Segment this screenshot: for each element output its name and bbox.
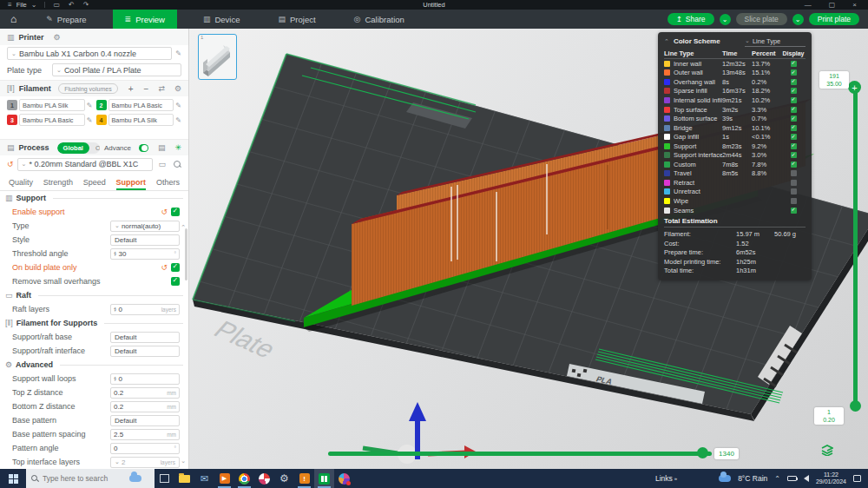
search-settings-icon[interactable] — [174, 161, 181, 168]
file-explorer-button[interactable] — [174, 469, 194, 488]
top-interface-layers-dropdown[interactable]: ⌄2layers — [110, 457, 180, 468]
pattern-angle-input[interactable]: 0° — [110, 443, 180, 454]
move-slider[interactable] — [328, 452, 712, 456]
tab-prepare[interactable]: ✎Prepare — [34, 10, 98, 29]
filament-color-swatch[interactable]: 1 — [7, 100, 17, 110]
display-checkbox[interactable] — [791, 180, 797, 186]
share-button[interactable]: ↥Share — [667, 13, 714, 25]
taskbar-search[interactable] — [26, 469, 155, 488]
paint-button[interactable] — [254, 469, 274, 488]
support-type-dropdown[interactable]: ⌄normal(auto) — [110, 221, 180, 232]
filament-edit-icon[interactable]: ✎ — [87, 102, 93, 109]
display-checkbox[interactable] — [791, 107, 797, 113]
weather-text[interactable]: 8°C Rain — [738, 474, 767, 483]
printer-select[interactable]: ⌄Bambu Lab X1 Carbon 0.4 nozzle — [7, 47, 172, 60]
add-filament-button[interactable]: + — [128, 84, 134, 94]
plate-thumbnail[interactable]: 1 — [198, 34, 237, 80]
printer-edit-icon[interactable]: ✎ — [175, 49, 181, 57]
filament-name[interactable]: Bambu PLA Basic — [19, 114, 85, 126]
chrome-button[interactable] — [234, 469, 254, 488]
display-checkbox[interactable] — [791, 188, 797, 195]
layers-view-icon[interactable] — [821, 445, 833, 456]
tab-device[interactable]: ▥Device — [191, 10, 253, 29]
display-checkbox[interactable] — [791, 134, 797, 140]
action-center-icon[interactable] — [853, 475, 861, 482]
wiki-icon[interactable]: ✳ — [174, 143, 181, 152]
display-checkbox[interactable] — [791, 198, 797, 204]
app-menu-icon[interactable]: ≡ — [8, 1, 12, 9]
top-z-distance-input[interactable]: 0.2mm — [110, 387, 180, 399]
scope-global[interactable]: Global — [57, 142, 89, 154]
support-raft-base-dropdown[interactable]: Default — [110, 332, 180, 343]
tab-calibration[interactable]: ◎Calibration — [342, 10, 417, 29]
tab-preview[interactable]: ≣Preview — [113, 10, 177, 29]
close-icon[interactable]: × — [852, 1, 857, 9]
save-icon[interactable]: ▭ — [53, 1, 60, 9]
search-input[interactable] — [43, 474, 125, 483]
tab-project[interactable]: ▤Project — [266, 10, 328, 29]
browser-profile-button[interactable] — [334, 469, 354, 488]
filament-edit-icon[interactable]: ✎ — [175, 116, 181, 124]
home-icon[interactable]: ⌂ — [0, 10, 27, 29]
enable-support-checkbox[interactable] — [171, 208, 180, 216]
battery-icon[interactable] — [787, 476, 797, 481]
remove-filament-button[interactable]: − — [144, 84, 149, 94]
reset-icon[interactable]: ↺ — [161, 208, 168, 216]
slice-options-chevron[interactable]: ⌄ — [720, 14, 731, 25]
save-preset-icon[interactable]: ▭ — [158, 160, 166, 168]
start-button[interactable] — [0, 469, 26, 488]
tray-expand-icon[interactable]: ⌃ — [774, 475, 780, 483]
undo-icon[interactable]: ↶ — [69, 1, 75, 9]
raft-layers-spinner[interactable]: ▴▾0layers — [110, 304, 180, 315]
display-checkbox[interactable] — [791, 152, 797, 158]
ams-sync-icon[interactable]: ⇄ — [158, 84, 165, 93]
printer-settings-gear-icon[interactable]: ⚙ — [54, 33, 61, 42]
redo-icon[interactable]: ↷ — [83, 1, 89, 9]
display-checkbox[interactable] — [791, 115, 797, 122]
volume-icon[interactable] — [804, 475, 809, 482]
clock[interactable]: 11:2229/01/2024 — [816, 472, 846, 485]
base-pattern-spacing-input[interactable]: 2.5mm — [110, 429, 180, 440]
move-slider-handle[interactable] — [697, 447, 708, 458]
print-options-chevron[interactable]: ⌄ — [792, 14, 804, 25]
remove-small-overhangs-checkbox[interactable] — [171, 277, 180, 286]
view-mode-dropdown[interactable]: ⌄Line Type — [745, 36, 806, 47]
process-scope-toggle[interactable]: Global Objects — [57, 142, 100, 154]
bambu-studio-button[interactable] — [314, 469, 334, 488]
filament-color-swatch[interactable]: 4 — [96, 115, 107, 125]
base-pattern-dropdown[interactable]: Default — [110, 415, 180, 426]
file-menu[interactable]: File — [16, 1, 27, 9]
layer-pause-add-button[interactable]: + — [848, 81, 861, 94]
process-preset-select[interactable]: ⌄* 0.20mm Standard @BBL X1C — [17, 158, 154, 171]
scope-objects[interactable]: Objects — [89, 142, 100, 154]
sidebar-scrollbar[interactable] — [185, 228, 187, 280]
settings-button[interactable]: ⚙ — [274, 469, 294, 488]
display-checkbox[interactable] — [791, 69, 797, 76]
display-checkbox[interactable] — [791, 88, 797, 94]
preset-reset-icon[interactable]: ↺ — [7, 160, 14, 168]
filament-color-swatch[interactable]: 2 — [96, 100, 107, 110]
preview-3d-viewport[interactable]: Plate PLA — [189, 29, 868, 469]
display-checkbox[interactable] — [791, 208, 797, 214]
tab-quality[interactable]: Quality — [9, 178, 33, 190]
support-raft-interface-dropdown[interactable]: Default — [110, 346, 180, 357]
filament-settings-gear-icon[interactable]: ⚙ — [174, 84, 181, 93]
filament-edit-icon[interactable]: ✎ — [87, 116, 93, 124]
threshold-angle-spinner[interactable]: ▴▾30° — [110, 248, 180, 260]
minimize-icon[interactable]: — — [805, 1, 812, 9]
restore-icon[interactable]: ▢ — [829, 1, 836, 9]
support-wall-loops-spinner[interactable]: ▴▾0 — [110, 373, 180, 385]
display-checkbox[interactable] — [791, 170, 797, 176]
advance-toggle[interactable] — [139, 144, 148, 152]
tab-support[interactable]: Support — [116, 178, 147, 190]
links-toolbar[interactable]: Links» — [655, 474, 677, 483]
menu-chevron-icon[interactable]: ⌄ — [31, 1, 37, 9]
collapse-icon[interactable]: ⌃ — [664, 38, 669, 45]
flushing-volumes-button[interactable]: Flushing volumes — [58, 83, 117, 94]
alert-app-button[interactable]: ! — [294, 469, 314, 488]
filament-name[interactable]: Bambu PLA Basic — [108, 99, 174, 111]
scroll-down-icon[interactable]: ⌄ — [181, 458, 186, 465]
print-plate-button[interactable]: Print plate — [809, 13, 859, 25]
tab-others[interactable]: Others — [156, 178, 180, 190]
display-checkbox[interactable] — [791, 97, 797, 103]
